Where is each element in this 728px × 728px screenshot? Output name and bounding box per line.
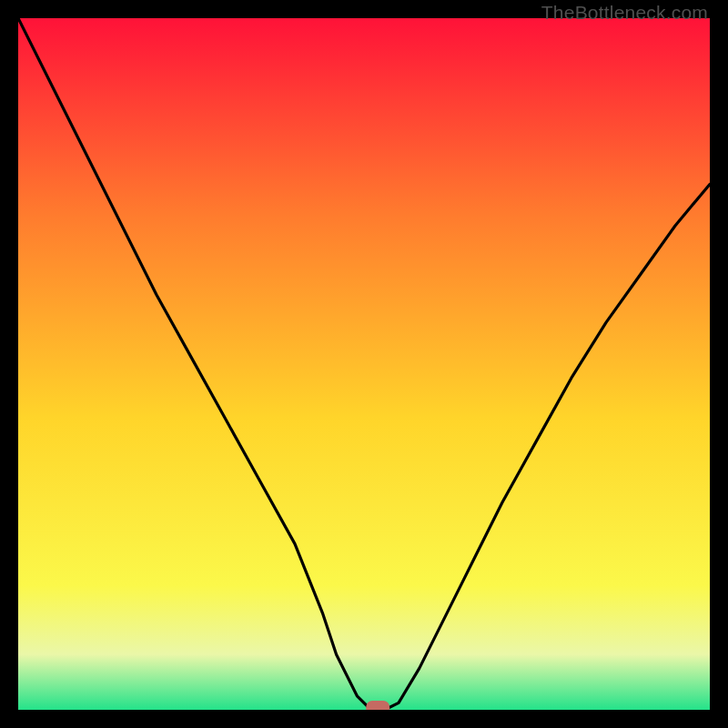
bottleneck-chart [18, 18, 710, 710]
vertex-marker [366, 701, 389, 710]
gradient-background [18, 18, 710, 710]
watermark-text: TheBottleneck.com [541, 2, 708, 24]
chart-frame [18, 18, 710, 710]
